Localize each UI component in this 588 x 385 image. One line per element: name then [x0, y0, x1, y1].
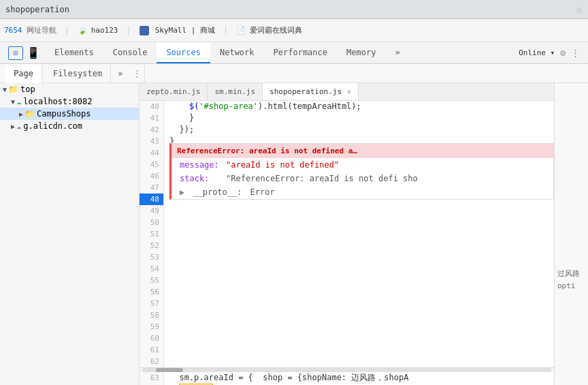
settings-icon[interactable]: ⚙	[560, 48, 566, 58]
code-line: 52	[140, 240, 554, 251]
line-number: 55	[140, 275, 164, 286]
filetree-label-campusshops: CampusShops	[37, 109, 91, 119]
inspect-icon[interactable]: ⊡	[8, 46, 23, 60]
line-number: 54	[140, 263, 164, 275]
scrollbar-track[interactable]	[142, 368, 551, 372]
nav-icon-sky	[140, 26, 149, 35]
error-val-message: "areaId is not defined"	[226, 160, 339, 170]
line-number: 40	[140, 101, 164, 112]
folder-icon: 📁	[24, 109, 35, 119]
sources-main: ▼ 📁 top ▼ ☁ localhost:8082 ▶ 📁 CampusSho…	[0, 83, 588, 385]
more-icon[interactable]: ⋮	[571, 48, 580, 58]
code-line: 63 sm.p.areaId = { shop = {shopName: 迈风路…	[140, 372, 554, 384]
tab-console[interactable]: Console	[103, 42, 157, 63]
nav-label-1: 网址导航	[27, 25, 56, 35]
scrollbar-thumb[interactable]	[156, 368, 183, 372]
line-content	[164, 228, 169, 240]
line-number: 45	[140, 159, 164, 170]
filetree-item-alicdn[interactable]: ▶ ☁ g.alicdn.com	[0, 120, 139, 132]
browser-title: shopoperation	[5, 5, 576, 14]
line-number: 62	[140, 356, 164, 367]
line-content	[164, 217, 169, 228]
filetree-panel: ▼ 📁 top ▼ ☁ localhost:8082 ▶ 📁 CampusSho…	[0, 83, 140, 385]
line-content	[164, 298, 169, 309]
nav-icon-page: 📄	[236, 26, 246, 35]
line-number: 60	[140, 333, 164, 344]
sources-subtabs: Page Filesystem » ⋮	[0, 64, 588, 83]
close-tab-icon[interactable]: ×	[347, 88, 351, 95]
line-number: 61	[140, 344, 164, 356]
line-content	[164, 333, 169, 344]
subtab-menu-icon[interactable]: ⋮	[133, 68, 142, 78]
cloud-icon: ☁	[16, 121, 21, 131]
file-tabs: zepto.min.js sm.min.js shopoperation.js …	[140, 83, 554, 101]
tab-network[interactable]: Network	[210, 42, 264, 63]
filetree-item-campusshops[interactable]: ▶ 📁 CampusShops	[0, 108, 139, 120]
error-header: ReferenceError: areaId is not defined a…	[172, 144, 553, 158]
tab-more[interactable]: »	[385, 42, 409, 63]
line-number: 41	[140, 112, 164, 124]
code-line: 57	[140, 298, 554, 309]
line-content	[164, 182, 169, 194]
nav-label-3: SkyMall | 商城	[155, 25, 215, 35]
code-line: 50	[140, 217, 554, 228]
error-proto-val: Error	[250, 187, 274, 197]
device-icon[interactable]: 📱	[27, 47, 39, 59]
error-row-proto: ▶ __proto__: Error	[172, 185, 553, 199]
line-content	[164, 251, 169, 263]
error-val-stack: "ReferenceError: areaId is not defi sho	[226, 174, 418, 183]
right-panel-text2: opti	[555, 280, 588, 292]
filetree-item-localhost[interactable]: ▼ ☁ localhost:8082	[0, 95, 139, 108]
line-number: 44	[140, 147, 164, 159]
code-line: 62	[140, 356, 554, 367]
code-line: 60	[140, 333, 554, 344]
file-tab-shopoperation[interactable]: shopoperation.js ×	[263, 83, 359, 100]
code-line: 49	[140, 205, 554, 217]
favorite-star-icon[interactable]: ☆	[576, 3, 583, 16]
devtools-content: Page Filesystem » ⋮ ▼ 📁 top ▼ ☁ localhos	[0, 64, 588, 385]
file-tab-label: zepto.min.js	[146, 87, 200, 96]
tab-performance[interactable]: Performance	[264, 42, 337, 63]
line-number: 56	[140, 286, 164, 298]
arrow-icon: ▼	[3, 86, 7, 93]
line-content	[164, 286, 169, 298]
line-content	[164, 309, 169, 321]
line-number: 63	[140, 372, 164, 384]
subtab-filesystem[interactable]: Filesystem	[45, 64, 111, 83]
browser-navbar: 7654 网址导航 | 🍃 hao123 | SkyMall | 商城 | 📄 …	[0, 19, 588, 42]
file-tab-label: shopoperation.js	[270, 87, 342, 96]
connection-status[interactable]: Online ▾	[519, 48, 555, 57]
filetree-label-top: top	[20, 84, 35, 94]
error-row-message: message: "areaId is not defined"	[172, 158, 553, 172]
line-content: sm.p.areaId = { shop = {shopName: 迈风路，sh…	[164, 372, 408, 384]
subtab-more[interactable]: »	[114, 69, 127, 78]
file-tab-sm[interactable]: sm.min.js	[208, 83, 263, 100]
expand-icon[interactable]: ▶	[180, 187, 184, 197]
tab-elements[interactable]: Elements	[45, 42, 103, 63]
line-content	[164, 344, 169, 356]
filetree-item-top[interactable]: ▼ 📁 top	[0, 83, 139, 95]
horizontal-scrollbar[interactable]	[140, 367, 554, 372]
right-panel-text1: 过风路	[555, 267, 588, 280]
line-content	[164, 275, 169, 286]
line-content	[164, 321, 169, 333]
nav-label-4: 爱词霸在线词典	[250, 25, 302, 35]
line-number: 49	[140, 205, 164, 217]
error-row-stack: stack: "ReferenceError: areaId is not de…	[172, 172, 553, 185]
line-content: });	[164, 124, 194, 136]
code-line: 51	[140, 228, 554, 240]
tab-sources[interactable]: Sources	[157, 42, 210, 63]
tab-memory[interactable]: Memory	[337, 42, 385, 63]
line-number: 46	[140, 170, 164, 182]
line-number: 50	[140, 217, 164, 228]
line-content	[164, 240, 169, 251]
subtab-page[interactable]: Page	[5, 64, 42, 83]
line-number-active: 48	[140, 194, 164, 205]
devtools-tabs: ⊡ 📱 Elements Console Sources Network Per…	[0, 42, 588, 64]
line-content	[164, 205, 169, 217]
file-tab-zepto[interactable]: zepto.min.js	[140, 83, 208, 100]
code-line: 58	[140, 309, 554, 321]
right-panel: 过风路 opti	[554, 83, 588, 385]
line-number: 42	[140, 124, 164, 136]
error-popup: ReferenceError: areaId is not defined a……	[169, 143, 554, 200]
